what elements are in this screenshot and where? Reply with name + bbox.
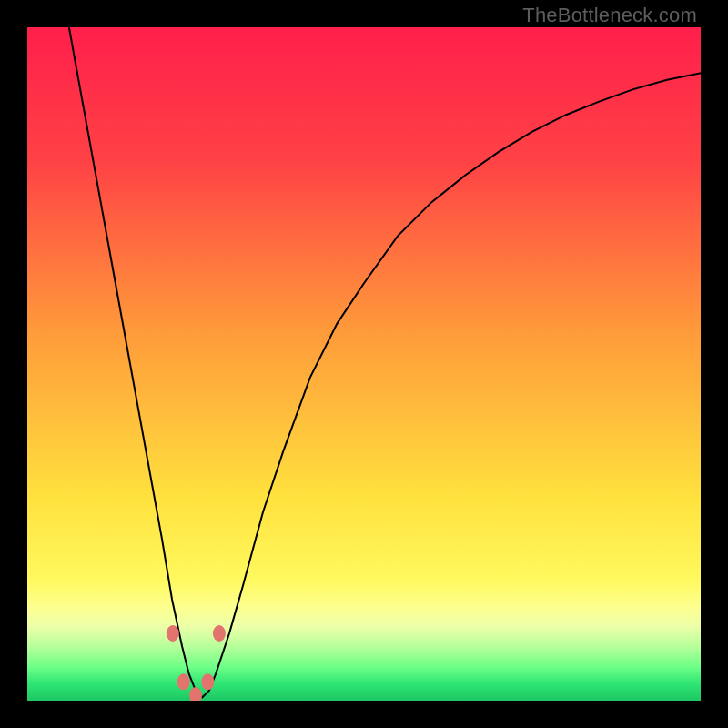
- chart-frame: TheBottleneck.com: [0, 0, 728, 728]
- curve-layer: [27, 27, 701, 701]
- curve-marker: [189, 687, 202, 701]
- watermark-text: TheBottleneck.com: [522, 4, 697, 27]
- plot-area: [27, 27, 701, 701]
- curve-marker: [213, 625, 226, 642]
- curve-marker: [167, 625, 179, 642]
- curve-marker: [201, 673, 214, 690]
- curve-marker: [177, 673, 190, 690]
- low-region-markers: [167, 625, 226, 701]
- bottleneck-curve: [69, 27, 701, 697]
